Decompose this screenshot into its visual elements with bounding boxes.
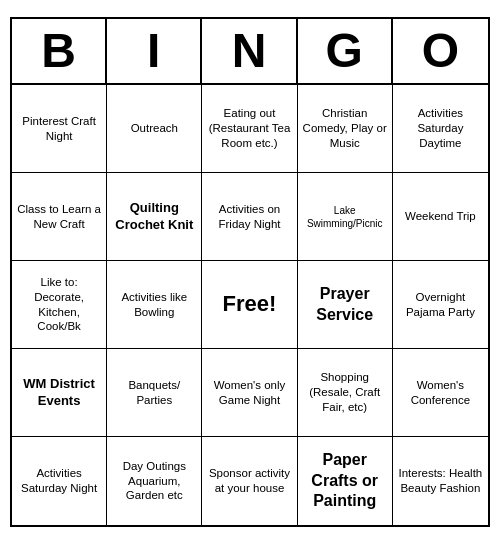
bingo-cell-19: Women's Conference bbox=[393, 349, 488, 437]
bingo-letter-i: I bbox=[107, 19, 202, 83]
bingo-letter-o: O bbox=[393, 19, 488, 83]
bingo-cell-12: Free! bbox=[202, 261, 297, 349]
bingo-cell-20: Activities Saturday Night bbox=[12, 437, 107, 525]
bingo-card: BINGO Pinterest Craft NightOutreachEatin… bbox=[10, 17, 490, 527]
bingo-cell-17: Women's only Game Night bbox=[202, 349, 297, 437]
bingo-cell-18: Shopping (Resale, Craft Fair, etc) bbox=[298, 349, 393, 437]
bingo-letter-n: N bbox=[202, 19, 297, 83]
bingo-cell-6: Quilting Crochet Knit bbox=[107, 173, 202, 261]
bingo-cell-5: Class to Learn a New Craft bbox=[12, 173, 107, 261]
bingo-cell-9: Weekend Trip bbox=[393, 173, 488, 261]
bingo-cell-8: Lake Swimming/Picnic bbox=[298, 173, 393, 261]
bingo-letter-g: G bbox=[298, 19, 393, 83]
bingo-cell-10: Like to: Decorate, Kitchen, Cook/Bk bbox=[12, 261, 107, 349]
bingo-cell-13: Prayer Service bbox=[298, 261, 393, 349]
bingo-header: BINGO bbox=[12, 19, 488, 85]
bingo-cell-1: Outreach bbox=[107, 85, 202, 173]
bingo-cell-15: WM District Events bbox=[12, 349, 107, 437]
bingo-cell-21: Day Outings Aquarium, Garden etc bbox=[107, 437, 202, 525]
bingo-cell-23: Paper Crafts or Painting bbox=[298, 437, 393, 525]
bingo-grid: Pinterest Craft NightOutreachEating out … bbox=[12, 85, 488, 525]
bingo-cell-4: Activities Saturday Daytime bbox=[393, 85, 488, 173]
bingo-cell-3: Christian Comedy, Play or Music bbox=[298, 85, 393, 173]
bingo-cell-7: Activities on Friday Night bbox=[202, 173, 297, 261]
bingo-cell-16: Banquets/ Parties bbox=[107, 349, 202, 437]
bingo-cell-14: Overnight Pajama Party bbox=[393, 261, 488, 349]
bingo-cell-11: Activities like Bowling bbox=[107, 261, 202, 349]
bingo-letter-b: B bbox=[12, 19, 107, 83]
bingo-cell-2: Eating out (Restaurant Tea Room etc.) bbox=[202, 85, 297, 173]
bingo-cell-24: Interests: Health Beauty Fashion bbox=[393, 437, 488, 525]
bingo-cell-22: Sponsor activity at your house bbox=[202, 437, 297, 525]
bingo-cell-0: Pinterest Craft Night bbox=[12, 85, 107, 173]
